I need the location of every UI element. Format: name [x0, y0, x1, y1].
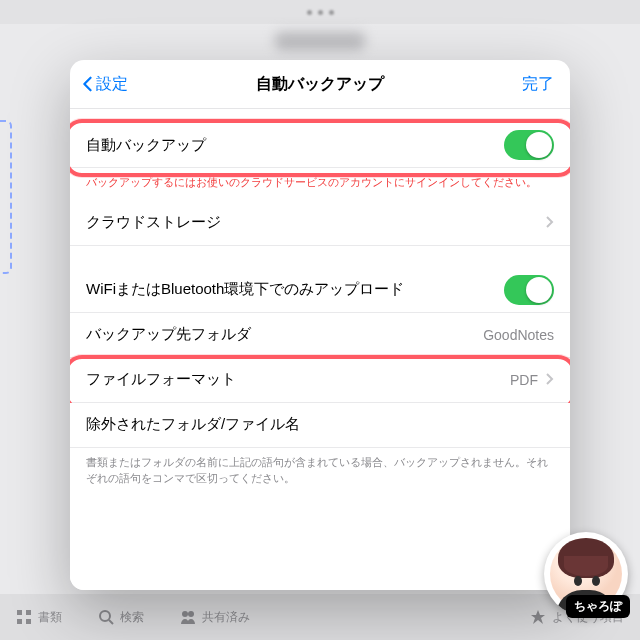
- chevron-left-icon: [80, 76, 94, 92]
- chevron-right-icon: [546, 214, 554, 231]
- blurred-title: [275, 32, 365, 50]
- tab-label: 共有済み: [202, 609, 250, 626]
- svg-rect-3: [26, 619, 31, 624]
- avatar-name: ちゃろぽ: [566, 595, 630, 618]
- svg-point-4: [100, 611, 110, 621]
- settings-modal: 設定 自動バックアップ 完了 自動バックアップ バックアップするにはお使いのクラ…: [70, 60, 570, 590]
- search-icon: [98, 609, 114, 625]
- auto-backup-toggle[interactable]: [504, 130, 554, 160]
- row-excluded[interactable]: 除外されたフォルダ/ファイル名: [70, 403, 570, 448]
- modal-header: 設定 自動バックアップ 完了: [70, 60, 570, 109]
- grid-icon: [16, 609, 32, 625]
- row-label: バックアップ先フォルダ: [86, 325, 483, 344]
- done-button[interactable]: 完了: [522, 74, 554, 95]
- tab-search[interactable]: 検索: [98, 609, 144, 626]
- row-value: PDF: [510, 372, 538, 388]
- back-button[interactable]: 設定: [80, 74, 128, 95]
- drag-handle: [0, 0, 640, 24]
- modal-body: 自動バックアップ バックアップするにはお使いのクラウドサービスのアカウントにサイ…: [70, 109, 570, 590]
- tab-documents[interactable]: 書類: [16, 609, 62, 626]
- row-cloud-storage[interactable]: クラウドストレージ: [70, 201, 570, 246]
- svg-marker-8: [531, 610, 545, 624]
- row-dest-folder[interactable]: バックアップ先フォルダ GoodNotes: [70, 313, 570, 358]
- back-label: 設定: [96, 74, 128, 95]
- tab-label: 検索: [120, 609, 144, 626]
- row-label: 自動バックアップ: [86, 136, 504, 155]
- svg-rect-1: [26, 610, 31, 615]
- row-file-format[interactable]: ファイルフォーマット PDF: [70, 358, 570, 403]
- row-label: クラウドストレージ: [86, 213, 538, 232]
- star-icon: [530, 609, 546, 625]
- tab-label: 書類: [38, 609, 62, 626]
- toggle-knob: [526, 277, 552, 303]
- excluded-note: 書類またはフォルダの名前に上記の語句が含まれている場合、バックアップされません。…: [70, 448, 570, 497]
- bottom-tab-bar: 書類 検索 共有済み よく使う項目: [0, 594, 640, 640]
- wifi-bt-toggle[interactable]: [504, 275, 554, 305]
- window-dots-icon: [307, 10, 334, 15]
- row-wifi-bt-only: WiFiまたはBluetooth環境下でのみアップロード: [70, 268, 570, 313]
- people-icon: [180, 609, 196, 625]
- svg-rect-2: [17, 619, 22, 624]
- svg-rect-0: [17, 610, 22, 615]
- svg-point-6: [182, 611, 188, 617]
- signin-warning: バックアップするにはお使いのクラウドサービスのアカウントにサインインしてください…: [70, 168, 570, 201]
- toggle-knob: [526, 132, 552, 158]
- chevron-right-icon: [546, 371, 554, 388]
- svg-point-7: [188, 611, 194, 617]
- tab-shared[interactable]: 共有済み: [180, 609, 250, 626]
- row-value: GoodNotes: [483, 327, 554, 343]
- row-label: ファイルフォーマット: [86, 370, 510, 389]
- svg-line-5: [109, 620, 113, 624]
- page-title: 自動バックアップ: [256, 74, 384, 95]
- row-label: WiFiまたはBluetooth環境下でのみアップロード: [86, 280, 504, 299]
- row-auto-backup: 自動バックアップ: [70, 123, 570, 168]
- row-label: 除外されたフォルダ/ファイル名: [86, 415, 554, 434]
- selection-outline: [0, 120, 12, 274]
